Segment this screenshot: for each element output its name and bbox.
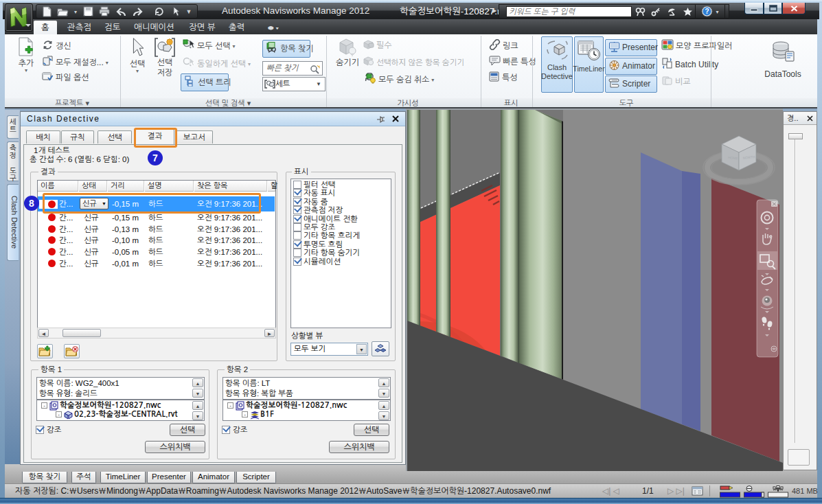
svg-text:?: ? (705, 8, 709, 15)
